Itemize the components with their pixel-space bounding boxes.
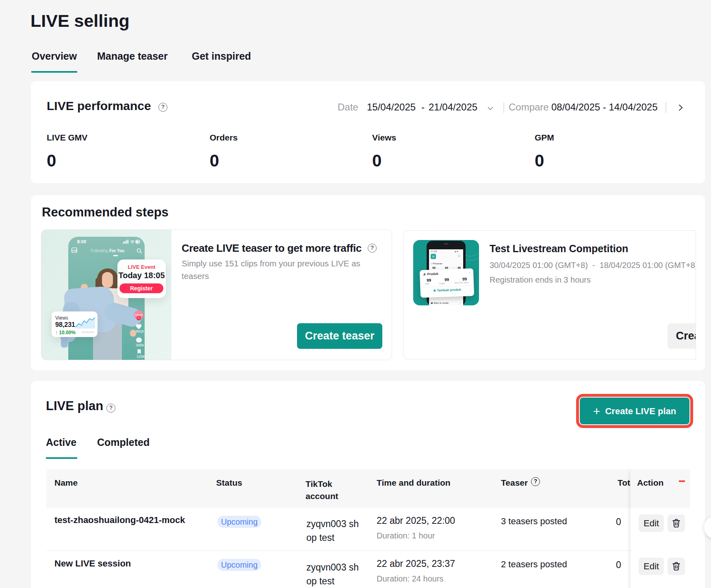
- svg-text:LIVE: LIVE: [72, 249, 77, 252]
